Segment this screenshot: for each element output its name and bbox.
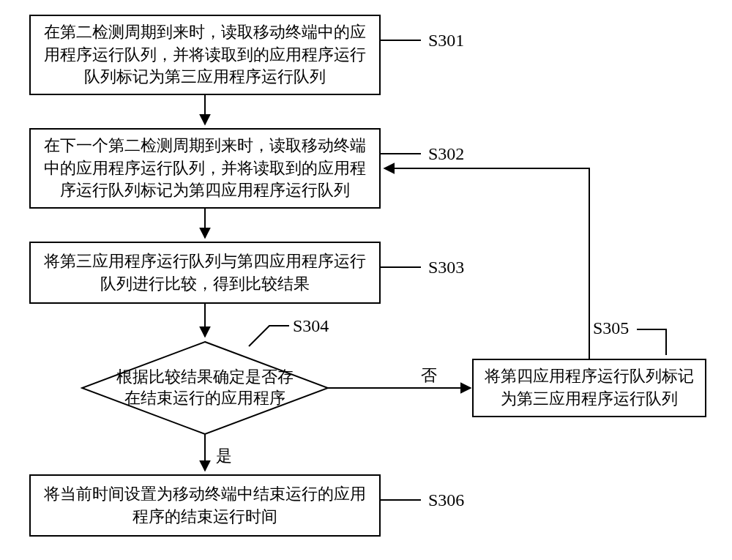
node-s305-text: 将第四应用程序运行队列标记为第三应用程序运行队列 <box>484 365 695 411</box>
arrow-s302-s303 <box>198 209 212 242</box>
leader-s301 <box>381 33 425 48</box>
leader-s304 <box>249 318 293 348</box>
label-s304: S304 <box>293 316 329 336</box>
node-s303-text: 将第三应用程序运行队列与第四应用程序运行队列进行比较，得到比较结果 <box>41 250 369 296</box>
leader-s302 <box>381 146 425 161</box>
node-s304: 根据比较结果确定是否存在结束运行的应用程序 <box>81 340 329 436</box>
leader-s305 <box>637 322 673 362</box>
arrow-s304-s305 <box>328 381 474 395</box>
node-s306: 将当前时间设置为移动终端中结束运行的应用程序的结束运行时间 <box>29 474 381 537</box>
node-s301: 在第二检测周期到来时，读取移动终端中的应用程序运行队列，并将读取到的应用程序运行… <box>29 15 381 95</box>
label-s306: S306 <box>428 490 464 510</box>
arrow-s305-s302 <box>381 161 600 362</box>
node-s302: 在下一个第二检测周期到来时，读取移动终端中的应用程序运行队列，并将读取到的应用程… <box>29 128 381 209</box>
edge-no-label: 否 <box>421 365 437 387</box>
node-s301-text: 在第二检测周期到来时，读取移动终端中的应用程序运行队列，并将读取到的应用程序运行… <box>41 21 369 89</box>
arrow-s301-s302 <box>198 95 212 128</box>
node-s304-text: 根据比较结果确定是否存在结束运行的应用程序 <box>110 367 300 408</box>
leader-s306 <box>381 493 425 507</box>
label-s301: S301 <box>428 31 464 51</box>
edge-yes-label: 是 <box>216 445 232 467</box>
node-s303: 将第三应用程序运行队列与第四应用程序运行队列进行比较，得到比较结果 <box>29 242 381 304</box>
arrow-s304-s306 <box>198 434 212 474</box>
node-s305: 将第四应用程序运行队列标记为第三应用程序运行队列 <box>472 359 706 417</box>
node-s302-text: 在下一个第二检测周期到来时，读取移动终端中的应用程序运行队列，并将读取到的应用程… <box>41 135 369 202</box>
node-s306-text: 将当前时间设置为移动终端中结束运行的应用程序的结束运行时间 <box>41 483 369 529</box>
arrow-s303-s304 <box>198 304 212 340</box>
